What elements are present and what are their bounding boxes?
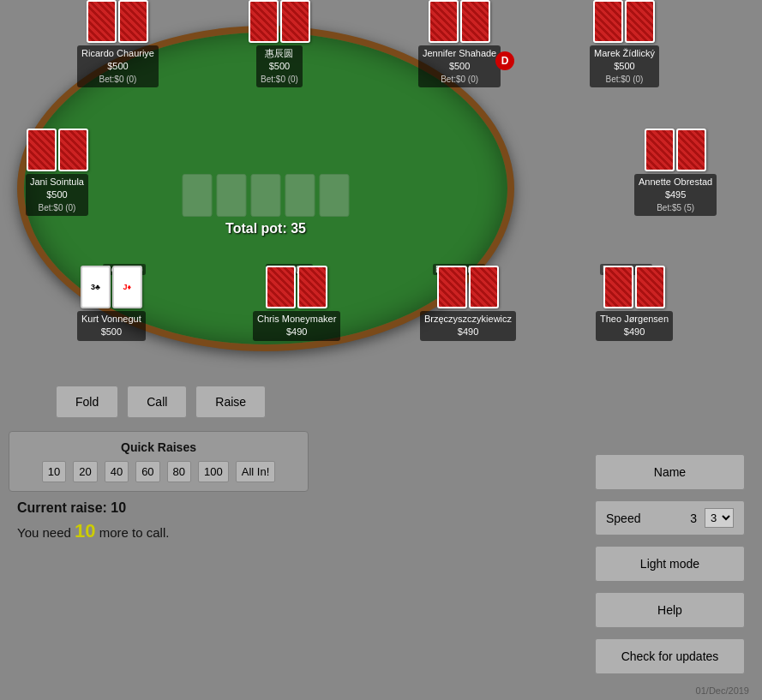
player-cards — [27, 129, 88, 171]
player-brz: Brzęczyszczykiewicz $490 — [420, 266, 516, 341]
quick-raises-buttons: 10 20 40 60 80 100 All In! — [27, 461, 291, 482]
player-ricardo: Ricardo Chauriye $500 Bet:$0 (0) — [77, 0, 159, 87]
player-cards — [437, 266, 499, 308]
player-money: $490 — [600, 326, 669, 338]
call-text: You need 10 more to call. — [17, 520, 531, 542]
raise-10-button[interactable]: 10 — [42, 461, 66, 482]
raise-button[interactable]: Raise — [195, 386, 266, 418]
speed-value: 3 — [690, 512, 697, 525]
raise-20-button[interactable]: 20 — [73, 461, 97, 482]
player-info: Marek Žídlický $500 Bet:$0 (0) — [590, 45, 659, 87]
call-prefix: You need — [17, 525, 75, 540]
help-button[interactable]: Help — [595, 592, 745, 628]
card-diamonds: J♦ — [112, 266, 142, 308]
table-area: Total pot: 35 Ricardo Chauriye $500 Bet:… — [0, 0, 531, 437]
player-name: Brzęczyszczykiewicz — [424, 313, 512, 326]
player-cards — [645, 129, 706, 171]
player-chris: Chris Moneymaker $490 — [253, 266, 340, 341]
card-back — [118, 0, 148, 43]
player-bet: Bet:$5 (5) — [639, 202, 712, 214]
player-money: $500 — [81, 60, 154, 73]
speed-row: Speed 3 1 2 3 4 5 — [595, 500, 745, 535]
player-marek: Marek Žídlický $500 Bet:$0 (0) — [590, 0, 659, 87]
player-info: Theo Jørgensen $490 — [596, 311, 673, 341]
player-cards — [249, 0, 310, 43]
player-name: Jani Sointula — [30, 176, 84, 188]
card-back — [297, 266, 327, 308]
card-back — [429, 0, 459, 43]
player-bet: Bet:$0 (0) — [423, 74, 496, 86]
card-back — [27, 129, 57, 171]
player-theo: Theo Jørgensen $490 — [596, 266, 673, 341]
dealer-button: D — [495, 51, 514, 70]
quick-raises-title: Quick Raises — [27, 440, 291, 454]
player-info: Jennifer Shahade $500 Bet:$0 (0) — [418, 45, 501, 87]
right-panel: Name Speed 3 1 2 3 4 5 Light mode Help C… — [595, 454, 745, 674]
card-back — [87, 0, 117, 43]
player-info: Kurt Vonnegut $500 — [77, 311, 146, 341]
player-name: Jennifer Shahade — [423, 47, 496, 60]
player-name: Theo Jørgensen — [600, 313, 669, 326]
player-bet: Bet:$0 (0) — [81, 74, 154, 86]
card-back — [280, 0, 310, 43]
player-bet: Bet:$0 (0) — [261, 74, 298, 86]
check-updates-button[interactable]: Check for updates — [595, 638, 745, 674]
card-back — [266, 266, 296, 308]
community-card-2 — [217, 174, 247, 217]
call-button[interactable]: Call — [127, 386, 187, 418]
raise-60-button[interactable]: 60 — [135, 461, 159, 482]
player-money: $500 — [81, 326, 141, 338]
player-kurt: 3♣ J♦ Kurt Vonnegut $500 — [77, 266, 146, 341]
player-annette: Annette Obrestad $495 Bet:$5 (5) — [634, 129, 717, 216]
player-money: $500 — [30, 188, 84, 201]
player-bet: Bet:$0 (0) — [594, 74, 655, 86]
player-huichen: 惠辰圆 $500 Bet:$0 (0) — [249, 0, 310, 87]
card-back — [625, 0, 655, 43]
player-money: $490 — [257, 326, 336, 338]
card-back — [469, 266, 499, 308]
player-jani: Jani Sointula $500 Bet:$0 (0) — [26, 129, 88, 216]
card-back — [676, 129, 706, 171]
controls-area: Fold Call Raise Quick Raises 10 20 40 60… — [9, 386, 531, 542]
player-money: $500 — [423, 60, 496, 73]
community-card-3 — [251, 174, 281, 217]
player-info: Annette Obrestad $495 Bet:$5 (5) — [634, 174, 717, 216]
player-info: Brzęczyszczykiewicz $490 — [420, 311, 516, 341]
light-mode-button[interactable]: Light mode — [595, 546, 745, 582]
current-raise-text: Current raise: 10 — [17, 500, 531, 516]
player-cards — [429, 0, 490, 43]
player-name: Chris Moneymaker — [257, 313, 336, 326]
card-back — [437, 266, 467, 308]
player-name: Kurt Vonnegut — [81, 313, 141, 326]
player-jennifer: Jennifer Shahade $500 Bet:$0 (0) D — [418, 0, 501, 87]
card-back — [603, 266, 633, 308]
card-back — [635, 266, 665, 308]
community-card-4 — [285, 174, 315, 217]
fold-button[interactable]: Fold — [56, 386, 118, 418]
quick-raises-panel: Quick Raises 10 20 40 60 80 100 All In! — [9, 431, 309, 492]
player-money: $495 — [639, 188, 712, 201]
player-cards — [593, 0, 655, 43]
name-button[interactable]: Name — [595, 454, 745, 490]
card-3clubs: 3♣ — [81, 266, 111, 308]
player-cards: 3♣ J♦ — [81, 266, 142, 308]
speed-select[interactable]: 1 2 3 4 5 — [705, 508, 734, 528]
card-back — [460, 0, 490, 43]
raise-40-button[interactable]: 40 — [105, 461, 129, 482]
speed-label: Speed — [606, 512, 686, 525]
raise-80-button[interactable]: 80 — [167, 461, 191, 482]
card-back — [593, 0, 623, 43]
card-back — [249, 0, 279, 43]
player-cards — [87, 0, 148, 43]
card-back — [645, 129, 675, 171]
raise-info: Current raise: 10 You need 10 more to ca… — [9, 500, 531, 542]
community-cards — [183, 174, 350, 217]
player-money: $500 — [261, 60, 298, 73]
raise-100-button[interactable]: 100 — [198, 461, 229, 482]
community-card-1 — [183, 174, 213, 217]
player-name: 惠辰圆 — [261, 47, 298, 60]
raise-allin-button[interactable]: All In! — [236, 461, 276, 482]
action-buttons: Fold Call Raise — [9, 386, 531, 418]
total-pot: Total pot: 35 — [225, 221, 306, 236]
player-bet: Bet:$0 (0) — [30, 202, 84, 214]
